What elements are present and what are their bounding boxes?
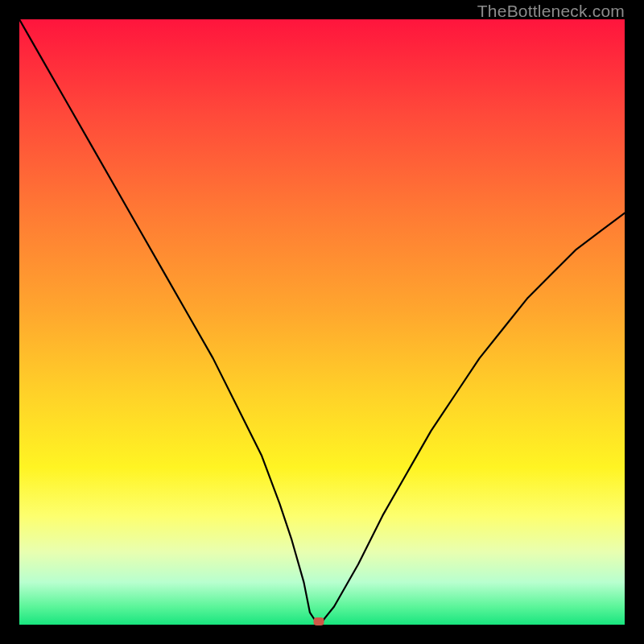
curve-svg bbox=[19, 19, 625, 625]
minimum-marker bbox=[314, 617, 324, 625]
bottleneck-curve bbox=[19, 19, 625, 621]
watermark-text: TheBottleneck.com bbox=[477, 2, 625, 21]
chart-frame: TheBottleneck.com bbox=[0, 0, 644, 644]
chart-plot-area bbox=[19, 19, 625, 625]
